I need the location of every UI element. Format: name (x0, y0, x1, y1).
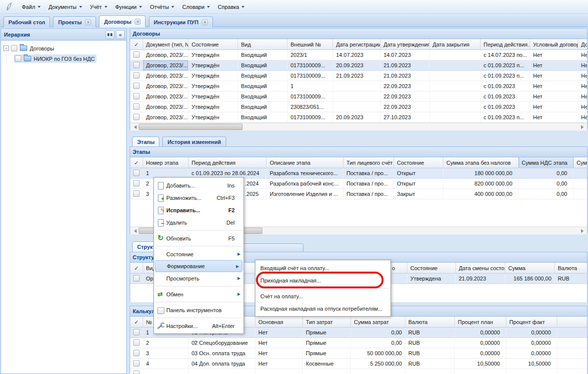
column-header[interactable]: Дата регистрации. (333, 39, 381, 49)
context-menu-item[interactable]: Обмен ▶ (154, 288, 244, 300)
context-menu-item[interactable] (156, 286, 242, 286)
column-header[interactable]: Состояние (407, 263, 456, 273)
column-header[interactable]: Условный договор (530, 39, 578, 49)
table-row[interactable]: Договор, 2023/... Утверждён Входящий 017… (130, 112, 587, 123)
scrollbar-thumb[interactable] (139, 124, 243, 130)
row-checkbox[interactable] (133, 190, 140, 197)
table-row[interactable]: Договор, 2023/... Утверждён Входящий 017… (130, 92, 587, 102)
context-menu-item[interactable]: Формирование ▶ (155, 260, 243, 272)
context-menu-item[interactable]: Просмотреть ▶ (154, 272, 244, 284)
column-header[interactable]: Дата закрытия (430, 39, 481, 49)
tab-etapy[interactable]: Этапы (132, 137, 159, 147)
column-header[interactable]: Номер этапа (143, 157, 189, 168)
column-header[interactable]: Дата смены состоя (456, 263, 505, 273)
column-header[interactable]: Документ (тип, № (143, 39, 189, 49)
menubar-item[interactable]: Справка (218, 4, 245, 10)
row-checkbox[interactable] (133, 170, 140, 176)
table-row[interactable]: Договор, 2023/... Утверждён Входящий 230… (130, 102, 587, 112)
column-header[interactable]: Валюта (555, 263, 587, 273)
close-icon[interactable]: × (85, 19, 91, 25)
row-checkbox[interactable] (133, 93, 140, 99)
scroll-left-icon[interactable] (130, 124, 138, 131)
find-button[interactable] (105, 30, 114, 39)
menubar-item[interactable]: Отчёты (150, 4, 174, 10)
select-all-header[interactable]: ✓ (130, 39, 143, 49)
collapse-panel-button[interactable]: « (116, 30, 125, 39)
row-checkbox[interactable] (133, 62, 140, 68)
row-checkbox[interactable] (133, 114, 140, 120)
row-checkbox[interactable] (133, 51, 140, 58)
context-menu-item[interactable] (156, 246, 242, 246)
tab-dogovory[interactable]: Договоры× (99, 15, 146, 27)
tree-checkbox[interactable] (11, 45, 17, 51)
column-header[interactable]: Процент план (455, 317, 506, 327)
column-header[interactable]: Сумма этапа без налогов (443, 157, 519, 168)
close-icon[interactable]: × (135, 19, 141, 25)
context-menu-item[interactable] (156, 230, 242, 231)
row-checkbox[interactable] (133, 72, 140, 79)
column-header[interactable]: Сумма затрат (351, 317, 405, 327)
column-header[interactable]: Состояние (394, 157, 443, 168)
submenu-item[interactable]: Счёт на оплату... (255, 290, 391, 302)
close-icon[interactable]: × (202, 19, 208, 25)
context-menu-item[interactable]: Размножить... Ctrl+F3 (154, 191, 244, 204)
table-row[interactable] (130, 369, 587, 374)
column-header[interactable]: Период действия.. (481, 39, 530, 49)
tab-rabochiy-stol[interactable]: Рабочий стол (3, 16, 50, 27)
select-all-header[interactable]: ✓ (130, 317, 143, 327)
menubar-item[interactable]: Функции (115, 4, 142, 10)
table-row[interactable]: Договор, 2023/... Утверждён Входящий 017… (130, 60, 587, 71)
row-checkbox[interactable] (133, 180, 140, 187)
context-menu-item[interactable]: Исправить... F2 (154, 204, 244, 216)
context-menu-item[interactable]: Настройки... Alt+Enter (154, 320, 244, 332)
column-header[interactable]: Вид (238, 39, 288, 49)
tab-proekty[interactable]: Проекты× (53, 16, 96, 27)
context-menu-item[interactable] (156, 302, 242, 302)
tree-node-dogovory[interactable]: − Договоры (1, 43, 126, 53)
column-header[interactable]: Сумма (505, 263, 555, 273)
scroll-right-icon[interactable] (579, 124, 587, 131)
menubar-item[interactable]: Документы (49, 4, 82, 10)
table-row[interactable]: 2 02 Спецоборудование Нет Прямые 0,00 RU… (130, 338, 587, 348)
column-header[interactable]: Дата утверждения (381, 39, 430, 49)
scroll-left-icon[interactable] (130, 228, 138, 234)
row-checkbox[interactable] (133, 360, 140, 367)
tab-istoriya-izmeneniy[interactable]: История изменений (162, 137, 226, 147)
table-row[interactable]: 4 04 Доп. оплата труда Нет Косвенные 5 2… (130, 359, 587, 369)
menubar-item[interactable]: Словари (182, 4, 210, 10)
column-header[interactable]: До (578, 39, 587, 49)
context-menu-item[interactable] (156, 318, 242, 318)
menubar-item[interactable]: Файл (22, 4, 41, 10)
context-menu-item[interactable]: Добавить... Ins (154, 179, 244, 191)
column-header[interactable]: Период действия (189, 157, 267, 168)
row-checkbox[interactable] (133, 371, 140, 374)
column-header[interactable]: Основная (255, 317, 303, 327)
menubar-item[interactable]: Учёт (90, 4, 107, 10)
column-header[interactable]: Процент факт (506, 317, 557, 327)
tree-checkbox[interactable] (15, 55, 21, 62)
context-menu-item[interactable]: Удалить Del (154, 216, 244, 229)
tree-node-niokr[interactable]: НИОКР по ГОЗ без НДС (1, 53, 126, 64)
select-all-header[interactable]: ✓ (130, 157, 143, 168)
row-checkbox[interactable] (133, 83, 140, 89)
table-row[interactable]: 3 03 Осн. оплата труда Нет Прямые 50 000… (130, 348, 587, 359)
tab-instrukcii-pup[interactable]: Инструкции ПУП× (149, 16, 213, 27)
column-header[interactable]: Описание этапа (267, 157, 343, 168)
row-checkbox[interactable] (133, 350, 140, 356)
column-header[interactable]: Тип затрат (303, 317, 351, 327)
table-row[interactable]: Договор, 2023/... Утверждён Входящий 1 2… (130, 81, 587, 92)
column-header[interactable]: Тип лицевого счёт (343, 157, 394, 168)
row-checkbox[interactable] (133, 103, 140, 110)
column-header[interactable]: Валюта (405, 317, 455, 327)
row-checkbox[interactable] (133, 339, 140, 346)
horizontal-scrollbar[interactable] (130, 123, 587, 131)
context-menu-item[interactable]: Состояние ▶ (154, 248, 244, 260)
column-header[interactable] (557, 317, 587, 327)
collapse-expander-icon[interactable]: − (3, 46, 9, 51)
column-header[interactable]: Внешний № (288, 39, 333, 49)
scroll-right-icon[interactable] (579, 228, 587, 234)
select-all-header[interactable]: ✓ (130, 263, 143, 273)
submenu-item[interactable]: Расходная накладная на отпуск потребител… (255, 302, 391, 315)
column-header[interactable]: Состояние (189, 39, 238, 49)
column-header[interactable]: Сумма эт (574, 157, 587, 168)
